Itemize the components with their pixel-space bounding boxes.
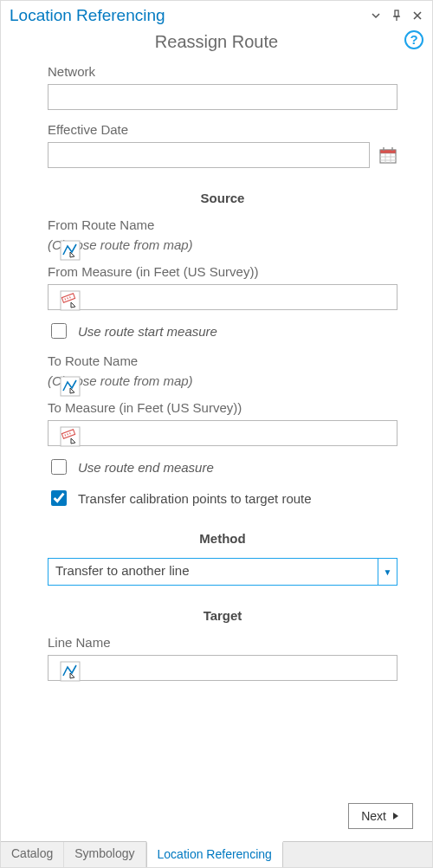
line-name-label: Line Name — [48, 635, 397, 650]
to-measure-label: To Measure (in Feet (US Survey)) — [48, 400, 397, 415]
route-select-icon[interactable] — [60, 661, 81, 682]
svg-rect-0 — [395, 10, 398, 16]
svg-line-16 — [65, 298, 66, 300]
svg-line-22 — [65, 434, 66, 436]
transfer-calibration-checkbox[interactable] — [51, 490, 67, 506]
route-select-icon[interactable] — [60, 376, 81, 397]
to-measure-input[interactable] — [48, 420, 397, 446]
use-end-measure-label: Use route end measure — [78, 460, 214, 475]
measure-select-icon[interactable] — [60, 290, 81, 311]
effective-date-input[interactable] — [48, 142, 370, 168]
pin-icon[interactable] — [389, 8, 404, 23]
next-button-label: Next — [361, 809, 386, 823]
effective-date-label: Effective Date — [48, 122, 397, 137]
line-name-input[interactable] — [48, 655, 397, 681]
close-icon[interactable] — [410, 8, 425, 23]
network-input[interactable] — [48, 84, 397, 110]
tabs-filler — [283, 842, 432, 867]
svg-line-17 — [68, 297, 68, 299]
from-measure-input[interactable] — [48, 284, 397, 310]
network-label: Network — [48, 64, 397, 79]
svg-line-23 — [68, 433, 68, 435]
next-button[interactable]: Next — [348, 803, 413, 829]
chevron-down-icon[interactable] — [368, 8, 384, 23]
from-measure-label: From Measure (in Feet (US Survey)) — [48, 264, 397, 279]
play-icon — [391, 812, 400, 820]
to-route-hint: (Choose route from map) — [48, 373, 397, 388]
method-heading: Method — [48, 531, 397, 546]
page-subtitle: Reassign Route — [155, 32, 278, 51]
calendar-icon[interactable] — [378, 146, 397, 165]
chevron-down-icon[interactable]: ▼ — [378, 559, 397, 585]
help-icon[interactable]: ? — [404, 30, 423, 49]
method-select-value: Transfer to another line — [48, 559, 378, 585]
tab-catalog[interactable]: Catalog — [1, 842, 64, 867]
use-end-measure-checkbox[interactable] — [51, 459, 67, 475]
source-heading: Source — [48, 191, 397, 205]
route-select-icon[interactable] — [60, 240, 81, 261]
from-route-label: From Route Name — [48, 217, 397, 232]
pane-title: Location Referencing — [10, 6, 165, 25]
svg-line-24 — [70, 432, 71, 434]
tab-location-referencing[interactable]: Location Referencing — [146, 841, 283, 867]
measure-select-icon[interactable] — [60, 426, 81, 447]
svg-line-18 — [70, 296, 71, 298]
transfer-calibration-label: Transfer calibration points to target ro… — [78, 491, 312, 506]
svg-rect-6 — [380, 150, 396, 153]
use-start-measure-label: Use route start measure — [78, 324, 217, 339]
tab-symbology[interactable]: Symbology — [64, 842, 145, 867]
use-start-measure-checkbox[interactable] — [51, 323, 67, 339]
method-select[interactable]: Transfer to another line ▼ — [48, 558, 397, 586]
from-route-hint: (Choose route from map) — [48, 237, 397, 252]
to-route-label: To Route Name — [48, 353, 397, 368]
target-heading: Target — [48, 608, 397, 623]
